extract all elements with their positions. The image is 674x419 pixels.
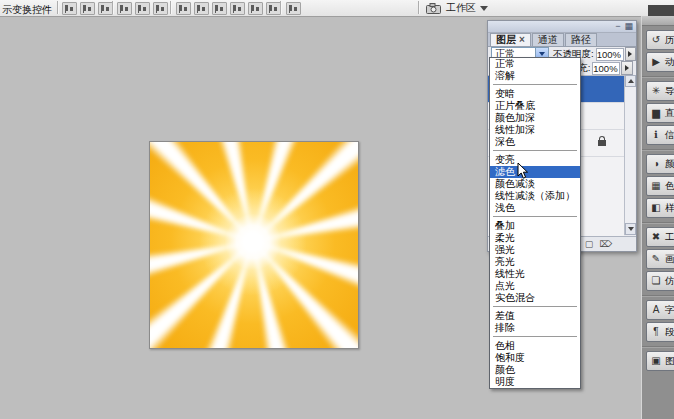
menu-item[interactable]: 变暗	[490, 88, 580, 100]
panel-grip-icon[interactable]: ▦	[624, 22, 633, 31]
tool-options-bar: 示变换控件	[0, 0, 674, 17]
dock-button-navigator[interactable]: ✳ 导航器	[646, 81, 674, 101]
dock-button-character[interactable]: A 字符	[646, 300, 674, 320]
separator	[280, 1, 282, 14]
separator	[112, 1, 114, 14]
distribute-vcenter-icon[interactable]	[194, 2, 209, 15]
dock-button-styles[interactable]: ◧ 样式	[646, 198, 674, 218]
menu-item[interactable]: 溶解	[490, 70, 580, 82]
scroll-up-button[interactable]	[625, 75, 636, 87]
dock-button-actions[interactable]: ▶ 动作	[646, 52, 674, 72]
opacity-spinner-button[interactable]	[625, 47, 636, 61]
tab-close-icon[interactable]: ×	[519, 34, 525, 45]
layer-list-scrollbar[interactable]	[624, 75, 635, 235]
chevron-down-icon	[539, 52, 545, 56]
delete-layer-icon[interactable]: ⌦	[599, 239, 612, 249]
workspace-label: 工作区	[446, 1, 476, 15]
dock-button-swatches[interactable]: ▦ 色板	[646, 176, 674, 196]
menu-item[interactable]: 柔光	[490, 232, 580, 244]
background-lock-icon	[598, 140, 606, 146]
dock-button-brushes[interactable]: ✎ 画笔	[646, 249, 674, 269]
menu-item[interactable]: 浅色	[490, 202, 580, 214]
minimize-icon[interactable]: −	[615, 22, 620, 31]
arrow-right-icon	[625, 65, 629, 71]
dock-header[interactable]	[642, 16, 674, 26]
chevron-down-icon	[480, 6, 488, 11]
distribute-right-icon[interactable]	[266, 2, 281, 15]
styles-icon: ◧	[650, 202, 662, 214]
arrow-down-icon	[628, 227, 634, 231]
arrow-up-icon	[628, 79, 634, 83]
dock-button-clone-source[interactable]: ❏ 仿制源	[646, 271, 674, 291]
menu-item[interactable]: 变亮	[490, 154, 580, 166]
tab-paths[interactable]: 路径	[565, 33, 597, 46]
auto-align-group	[286, 2, 301, 15]
menu-item[interactable]: 正片叠底	[490, 100, 580, 112]
menu-item[interactable]: 颜色减淡	[490, 178, 580, 190]
distribute-hcenter-icon[interactable]	[248, 2, 263, 15]
dock-button-paragraph[interactable]: ¶ 段落	[646, 322, 674, 342]
menu-item[interactable]: 差值	[490, 310, 580, 322]
menu-item[interactable]: 线性减淡（添加）	[490, 190, 580, 202]
distribute-bottom-icon[interactable]	[212, 2, 227, 15]
menu-item[interactable]: 饱和度	[490, 352, 580, 364]
align-vertical-centers-icon[interactable]	[80, 2, 95, 15]
menu-item-selected[interactable]: 滤色	[490, 166, 580, 178]
menu-item[interactable]: 正常	[490, 58, 580, 70]
paragraph-icon: ¶	[650, 326, 662, 338]
distribute-left-icon[interactable]	[230, 2, 245, 15]
separator	[57, 1, 59, 14]
tab-channels[interactable]: 通道	[532, 33, 564, 46]
align-horizontal-centers-icon[interactable]	[135, 2, 150, 15]
fill-value[interactable]: 100%	[592, 62, 620, 75]
menu-item[interactable]: 实色混合	[490, 292, 580, 304]
menu-item[interactable]: 线性加深	[490, 124, 580, 136]
align-left-edges-icon[interactable]	[117, 2, 132, 15]
menu-separator	[493, 216, 577, 217]
menu-separator	[493, 150, 577, 151]
menu-item[interactable]: 点光	[490, 280, 580, 292]
window-corner	[648, 5, 674, 16]
dock-button-color[interactable]: ◑ 颜色	[646, 154, 674, 174]
panel-title-bar[interactable]: − ▦	[488, 21, 636, 33]
menu-item[interactable]: 深色	[490, 136, 580, 148]
dock-button-histogram[interactable]: ▆ 直方图	[646, 103, 674, 123]
fill-spinner-button[interactable]	[621, 61, 633, 75]
auto-align-layers-icon[interactable]	[286, 2, 301, 15]
dock-label: 图层复合	[665, 355, 674, 368]
navigator-icon: ✳	[650, 85, 662, 97]
scroll-down-button[interactable]	[625, 223, 636, 235]
dock-button-history[interactable]: ↺ 历史记录	[646, 30, 674, 50]
align-right-edges-icon[interactable]	[153, 2, 168, 15]
dock-button-info[interactable]: ℹ 信息	[646, 125, 674, 145]
align-top-edges-icon[interactable]	[62, 2, 77, 15]
tab-layers[interactable]: 图层×	[490, 33, 531, 46]
dock-button-tool-presets[interactable]: ✖ 工具预设	[646, 227, 674, 247]
dock-label: 直方图	[665, 107, 674, 120]
photoshop-window: 示变换控件	[0, 0, 674, 419]
dock-label: 颜色	[665, 158, 674, 171]
menu-item[interactable]: 强光	[490, 244, 580, 256]
menu-item[interactable]: 颜色	[490, 364, 580, 376]
dock-button-layer-comps[interactable]: ▣ 图层复合	[646, 351, 674, 371]
dock-group: ✖ 工具预设 ✎ 画笔 ❏ 仿制源	[642, 223, 674, 296]
align-bottom-edges-icon[interactable]	[98, 2, 113, 15]
dock-label: 工具预设	[665, 231, 674, 244]
menu-separator	[493, 306, 577, 307]
mouse-cursor-icon	[517, 162, 529, 182]
menu-item[interactable]: 色相	[490, 340, 580, 352]
menu-item[interactable]: 线性光	[490, 268, 580, 280]
tool-presets-icon: ✖	[650, 231, 662, 243]
menu-item[interactable]: 亮光	[490, 256, 580, 268]
new-layer-icon[interactable]: ▢	[585, 239, 594, 249]
opacity-value[interactable]: 100%	[596, 48, 624, 61]
menu-item[interactable]: 排除	[490, 322, 580, 334]
distribute-top-icon[interactable]	[176, 2, 191, 15]
menu-item[interactable]: 颜色加深	[490, 112, 580, 124]
document-canvas[interactable]	[149, 141, 359, 349]
align-group-vertical	[62, 2, 113, 15]
menu-item[interactable]: 叠加	[490, 220, 580, 232]
go-to-bridge-button[interactable]	[424, 2, 442, 14]
workspace-button[interactable]: 工作区	[446, 2, 488, 14]
menu-item[interactable]: 明度	[490, 376, 580, 388]
